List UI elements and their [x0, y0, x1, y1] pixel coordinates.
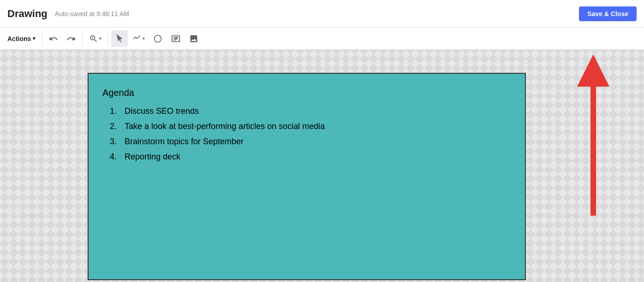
undo-button[interactable]: [45, 30, 62, 47]
list-num-3: 3.: [102, 137, 125, 147]
autosave-status: Auto-saved at 9:46:11 AM: [55, 10, 129, 18]
line-tool-button[interactable]: ▾: [129, 30, 149, 47]
image-icon: [189, 34, 198, 43]
zoom-button[interactable]: ▾: [85, 30, 105, 47]
toolbar-separator-2: [82, 31, 83, 46]
drawing-box-title: Agenda: [102, 88, 511, 98]
save-close-button[interactable]: Save & Close: [579, 6, 637, 21]
app-header: Drawing Auto-saved at 9:46:11 AM Save & …: [0, 0, 644, 28]
list-item: 2. Take a look at best-performing articl…: [102, 122, 511, 131]
actions-dropdown-icon: ▾: [33, 35, 36, 41]
select-tool-button[interactable]: [111, 30, 128, 47]
zoom-icon: [89, 34, 98, 43]
drawing-content-box[interactable]: Agenda 1. Discuss SEO trends 2. Take a l…: [88, 73, 526, 280]
toolbar-separator-1: [42, 31, 42, 46]
list-item: 3. Brainstorm topics for September: [102, 137, 511, 147]
list-num-4: 4.: [102, 152, 125, 162]
svg-point-0: [155, 35, 161, 42]
list-item-text-2: Take a look at best-performing articles …: [125, 122, 325, 131]
toolbar-separator-3: [108, 31, 108, 46]
list-num-2: 2.: [102, 122, 125, 131]
list-num-1: 1.: [102, 106, 125, 116]
actions-button[interactable]: Actions ▾: [4, 30, 39, 47]
svg-text:T: T: [175, 36, 178, 40]
list-item: 1. Discuss SEO trends: [102, 106, 511, 116]
cursor-icon: [115, 34, 124, 43]
redo-button[interactable]: [63, 30, 79, 47]
textbox-tool-button[interactable]: T: [167, 30, 185, 47]
undo-icon: [49, 34, 58, 43]
toolbar: Actions ▾ ▾ ▾: [0, 28, 644, 50]
list-item: 4. Reporting deck: [102, 152, 511, 162]
canvas-area: Agenda 1. Discuss SEO trends 2. Take a l…: [0, 50, 644, 282]
header-left: Drawing Auto-saved at 9:46:11 AM: [7, 8, 129, 20]
actions-label: Actions: [7, 35, 31, 42]
textbox-icon: T: [171, 34, 181, 44]
app-title: Drawing: [7, 8, 48, 20]
drawing-box-list: 1. Discuss SEO trends 2. Take a look at …: [102, 106, 511, 162]
list-item-text-3: Brainstorm topics for September: [125, 137, 244, 147]
shape-tool-button[interactable]: [149, 30, 166, 47]
line-dropdown-arrow: ▾: [143, 36, 145, 41]
shape-icon: [153, 34, 162, 43]
zoom-dropdown-arrow: ▾: [99, 36, 101, 41]
redo-icon: [66, 34, 76, 43]
list-item-text-4: Reporting deck: [125, 152, 180, 162]
image-tool-button[interactable]: [185, 30, 202, 47]
list-item-text-1: Discuss SEO trends: [125, 106, 199, 116]
line-icon: [132, 34, 142, 43]
